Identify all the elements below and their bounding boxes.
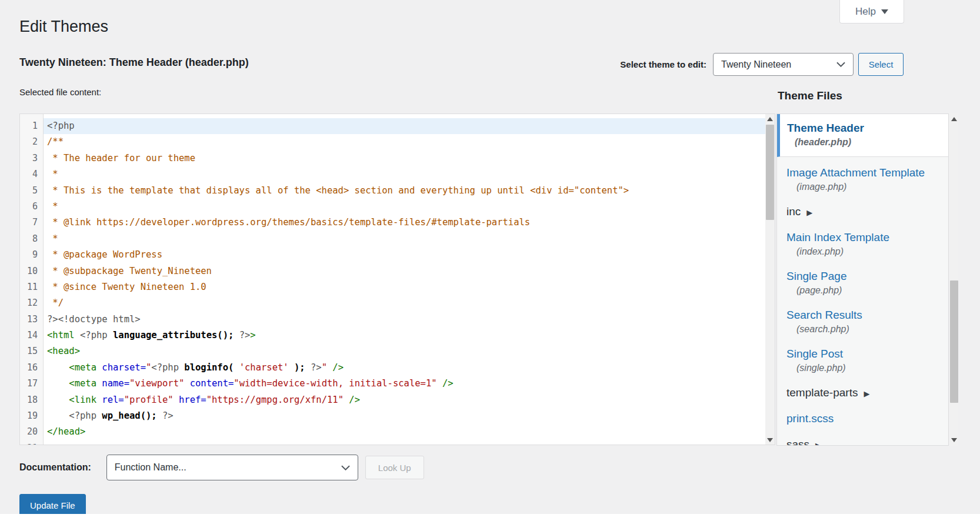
line-number: 19 (20, 408, 43, 424)
file-item: Single Page(page.php) (777, 270, 948, 296)
code-token: <link (69, 395, 96, 405)
code-token: /> (327, 362, 344, 373)
file-item: Main Index Template(index.php) (777, 231, 948, 257)
bottom-strip (0, 514, 980, 521)
theme-files-heading: Theme Files (778, 89, 842, 102)
scroll-down-arrow-icon[interactable] (765, 435, 775, 445)
code-line[interactable]: <?php wp_head(); ?> (44, 408, 765, 424)
scroll-up-arrow-icon[interactable] (765, 114, 775, 123)
code-token: language_attributes(); (108, 330, 239, 340)
code-token: /> (344, 395, 360, 405)
scroll-down-arrow-icon[interactable] (949, 436, 958, 445)
code-line[interactable]: * The header for our theme (44, 151, 765, 166)
line-number: 16 (20, 360, 43, 376)
folder-name: template-parts (786, 386, 858, 399)
code-line[interactable]: <link rel="profile" href="https://gmpg.o… (44, 392, 765, 408)
file-name: (index.php) (786, 246, 948, 257)
line-number: 4 (20, 166, 43, 182)
file-link[interactable]: Single Page (786, 270, 846, 282)
code-line[interactable] (44, 440, 765, 445)
code-line[interactable]: <html <?php language_attributes(); ?>> (44, 328, 765, 343)
code-token (75, 330, 80, 340)
theme-select-row: Select theme to edit: Twenty Nineteen Se… (620, 53, 904, 76)
code-token: </head> (47, 426, 85, 437)
look-up-button[interactable]: Look Up (365, 456, 424, 479)
line-number: 3 (20, 151, 43, 166)
scroll-up-arrow-icon[interactable] (949, 115, 958, 123)
line-number: 20 (20, 424, 43, 440)
theme-select-dropdown[interactable]: Twenty Nineteen (713, 53, 854, 76)
sidebar-scrollbar-thumb[interactable] (950, 280, 958, 403)
file-link[interactable]: Image Attachment Template (786, 166, 925, 179)
code-line[interactable]: * @package WordPress (44, 247, 765, 263)
code-token: "width=device-width, initial-scale=1" (234, 378, 436, 389)
code-token: 'charset' (239, 362, 289, 373)
file-link[interactable]: Theme Header (787, 122, 864, 134)
code-line[interactable]: <meta name="viewport" content="width=dev… (44, 376, 765, 392)
line-number: 7 (20, 215, 43, 231)
folder-expand-arrow-icon[interactable]: ▶ (864, 389, 869, 398)
code-line[interactable]: <meta charset="<?php bloginfo( 'charset'… (44, 360, 765, 376)
code-token: <?php (151, 362, 179, 373)
folder-item-template-parts[interactable]: template-parts▶ (777, 386, 948, 399)
folder-name: inc (786, 205, 801, 218)
code-line[interactable]: * (44, 231, 765, 247)
code-token: * The header for our theme (47, 153, 195, 163)
help-button[interactable]: Help (839, 0, 904, 24)
file-item: print.scss (777, 412, 948, 425)
line-number: 2 (20, 134, 43, 150)
code-line[interactable]: * @since Twenty Nineteen 1.0 (44, 279, 765, 295)
theme-files-list: Theme Header(header.php)Image Attachment… (776, 113, 949, 446)
editor-vertical-scrollbar[interactable] (765, 114, 775, 445)
code-line[interactable]: ?><!doctype html> (44, 312, 765, 328)
code-token: * This is the template that displays all… (47, 185, 629, 196)
code-token: <meta (69, 378, 96, 389)
code-token (47, 410, 69, 421)
line-number-gutter: 123456789101112131415161718192021 (20, 114, 44, 445)
folder-item-inc[interactable]: inc▶ (777, 205, 948, 218)
file-link[interactable]: Search Results (786, 309, 862, 321)
code-line[interactable]: <head> (44, 343, 765, 359)
code-area[interactable]: <?php/** * The header for our theme * * … (44, 114, 765, 445)
file-item: Image Attachment Template(image.php) (777, 166, 948, 192)
help-label: Help (855, 6, 876, 18)
folder-expand-arrow-icon[interactable]: ▶ (806, 208, 812, 217)
code-token: ?><!doctype html> (47, 314, 141, 325)
code-line[interactable]: * (44, 199, 765, 215)
code-line[interactable]: * (44, 166, 765, 182)
code-token: <html (47, 330, 75, 340)
code-line[interactable]: /** (44, 134, 765, 150)
code-line[interactable]: </head> (44, 424, 765, 440)
folder-expand-arrow-icon[interactable]: ▶ (815, 441, 821, 446)
select-theme-button[interactable]: Select (858, 53, 904, 76)
code-token: * @since Twenty Nineteen 1.0 (47, 282, 206, 292)
file-name: (header.php) (787, 137, 942, 148)
line-number: 13 (20, 312, 43, 328)
function-name-dropdown[interactable]: Function Name... (106, 455, 358, 480)
line-number: 21 (20, 440, 43, 445)
code-line[interactable]: <?php (44, 118, 765, 134)
file-link[interactable]: Single Post (786, 348, 843, 360)
code-token: wp_head(); (96, 410, 162, 421)
file-item: Single Post(single.php) (777, 348, 948, 373)
line-number: 12 (20, 295, 43, 311)
code-token: ); (289, 362, 311, 373)
sidebar-vertical-scrollbar[interactable] (949, 113, 958, 446)
line-number: 15 (20, 343, 43, 359)
file-link[interactable]: Main Index Template (786, 231, 889, 243)
code-line[interactable]: */ (44, 295, 765, 311)
code-line[interactable]: * @link https://developer.wordpress.org/… (44, 215, 765, 231)
code-line[interactable]: * This is the template that displays all… (44, 183, 765, 199)
file-link[interactable]: print.scss (786, 412, 834, 425)
code-line[interactable]: * @subpackage Twenty_Nineteen (44, 263, 765, 279)
folder-item-sass[interactable]: sass▶ (777, 438, 948, 446)
code-token: /** (47, 136, 64, 147)
line-number: 11 (20, 279, 43, 295)
update-file-button[interactable]: Update File (19, 494, 86, 516)
code-token: */ (47, 298, 64, 308)
line-number: 5 (20, 183, 43, 199)
code-token: ?> (311, 362, 322, 373)
code-token: rel= (96, 395, 124, 405)
editor-scrollbar-thumb[interactable] (766, 125, 774, 220)
file-name: (single.php) (786, 363, 948, 373)
